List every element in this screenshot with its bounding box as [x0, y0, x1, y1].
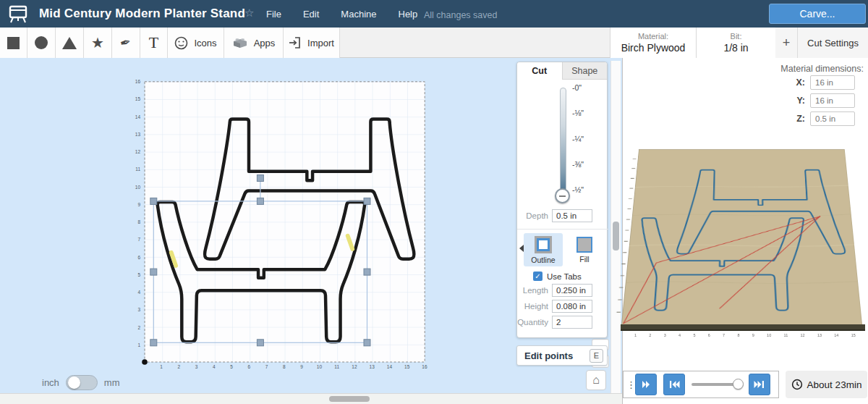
ruler-number: 1 — [156, 364, 166, 369]
depth-slider-handle[interactable] — [555, 188, 570, 203]
resize-handle[interactable] — [364, 340, 370, 346]
height-label: Height — [517, 302, 552, 311]
ruler-number: 5 — [137, 272, 140, 277]
ruler-number: 3 — [137, 307, 140, 312]
ruler-number: 9 — [137, 202, 140, 207]
time-estimate-chip[interactable]: About 23min — [786, 371, 867, 398]
resize-handle[interactable] — [364, 269, 370, 275]
ruler-number: 15 — [851, 333, 856, 337]
ruler-number: 12 — [349, 364, 359, 369]
ruler-number: 8 — [137, 219, 140, 224]
ruler-number: 14 — [135, 114, 140, 119]
outline-icon — [535, 236, 552, 253]
ruler-number: 4 — [209, 364, 219, 369]
skip-start-icon — [668, 380, 680, 389]
divider — [517, 229, 608, 230]
height-input[interactable]: 0.080 in — [552, 300, 592, 313]
tab-height-row: Height 0.080 in — [517, 300, 608, 313]
clock-icon — [791, 379, 803, 390]
slider-handle[interactable] — [733, 379, 744, 390]
y-input[interactable]: 16 in — [810, 93, 855, 108]
depth-label: Depth — [517, 211, 552, 220]
unit-toggle[interactable] — [66, 375, 98, 390]
ruler-number: 13 — [817, 333, 822, 337]
use-tabs-row: ✓ Use Tabs — [533, 272, 582, 281]
length-input[interactable]: 0.250 in — [552, 284, 592, 297]
home-icon: ⌂ — [592, 374, 600, 387]
ruler-number: 7 — [137, 237, 140, 242]
ruler-number: 11 — [135, 167, 140, 172]
ruler-number: 15 — [135, 96, 140, 101]
x-label: X: — [796, 77, 806, 88]
ruler-number: 7 — [262, 364, 272, 369]
preview-3d-scene[interactable] — [621, 149, 861, 324]
board-front-edge — [621, 324, 865, 331]
inch-label: inch — [42, 377, 59, 388]
cut-panel-tabs: Cut Shape — [517, 62, 607, 80]
edit-points-label: Edit points — [524, 350, 590, 361]
use-tabs-checkbox[interactable]: ✓ — [533, 272, 542, 281]
resize-handle[interactable] — [364, 198, 370, 204]
depth-tick-label: -⅛" — [572, 109, 584, 117]
rotate-handle[interactable] — [257, 175, 263, 182]
fast-forward-icon — [641, 380, 651, 389]
ruler-number: 9 — [297, 364, 307, 369]
simulation-slider[interactable] — [692, 383, 742, 386]
tab-cut[interactable]: Cut — [517, 62, 563, 80]
vertical-dots-icon[interactable]: ⋮ — [626, 379, 631, 390]
skip-to-end-button[interactable] — [749, 374, 770, 395]
depth-tick-label: -⅜" — [572, 160, 584, 169]
vscroll-thumb[interactable] — [613, 222, 619, 251]
skip-to-start-button[interactable] — [663, 374, 685, 395]
skip-end-icon — [754, 380, 765, 389]
resize-handle[interactable] — [150, 269, 157, 275]
tab-shape[interactable]: Shape — [563, 62, 608, 80]
dimension-x-row: X: 16 in — [796, 75, 856, 90]
hscroll-thumb[interactable] — [329, 396, 370, 402]
outline-label: Outline — [531, 256, 555, 264]
home-view-button[interactable]: ⌂ — [586, 370, 606, 390]
tab-length-row: Length 0.250 in — [517, 284, 608, 297]
ruler-number: 8 — [279, 364, 289, 369]
resize-handle[interactable] — [257, 198, 263, 204]
origin-dot[interactable] — [142, 359, 148, 365]
edit-points-button[interactable]: Edit points E — [516, 345, 608, 366]
canvas-ruler-y: 16151413121110987654321 — [127, 79, 140, 348]
quantity-label: Quantity — [517, 318, 552, 327]
ruler-number: 6 — [244, 364, 254, 369]
vertical-scrollbar[interactable] — [610, 61, 621, 393]
z-input[interactable]: 0.5 in — [810, 111, 855, 126]
ruler-number: 6 — [708, 333, 710, 337]
board-ruler-x: 123456789101112131415 — [634, 333, 856, 337]
toggle-knob[interactable] — [68, 376, 80, 389]
fill-button[interactable]: Fill — [565, 233, 604, 266]
depth-slider-track[interactable] — [560, 88, 566, 196]
ruler-number: 14 — [384, 364, 394, 369]
wood-board — [621, 149, 862, 324]
ruler-number: 10 — [135, 185, 140, 190]
ruler-number: 13 — [135, 132, 140, 137]
canvas-grid — [145, 82, 425, 362]
ruler-number: 1 — [634, 333, 637, 337]
ruler-number: 12 — [801, 333, 805, 337]
ruler-number: 10 — [767, 333, 771, 337]
canvas-ruler-x: 12345678910111213141516 — [156, 364, 430, 369]
ruler-number: 6 — [137, 255, 140, 260]
resize-handle[interactable] — [150, 198, 157, 204]
resize-handle[interactable] — [150, 340, 157, 346]
outline-button[interactable]: Outline — [524, 233, 563, 266]
horizontal-scrollbar[interactable] — [0, 393, 622, 404]
ruler-number: 2 — [649, 333, 651, 337]
preview-panel: Material dimensions: X: 16 in Y: 16 in Z… — [622, 58, 868, 404]
quantity-input[interactable]: 2 — [552, 316, 592, 329]
ruler-number: 2 — [137, 325, 140, 330]
resize-handle[interactable] — [257, 340, 263, 346]
ruler-number: 13 — [367, 364, 377, 369]
simulate-button[interactable] — [635, 374, 657, 395]
depth-input[interactable]: 0.5 in — [552, 209, 592, 222]
use-tabs-label: Use Tabs — [547, 272, 582, 281]
ruler-number: 7 — [723, 333, 725, 337]
x-input[interactable]: 16 in — [810, 75, 855, 90]
depth-slider-labels: -0"-⅛"-¼"-⅜"-½" — [572, 83, 584, 194]
depth-tick-label: -¼" — [572, 135, 584, 143]
